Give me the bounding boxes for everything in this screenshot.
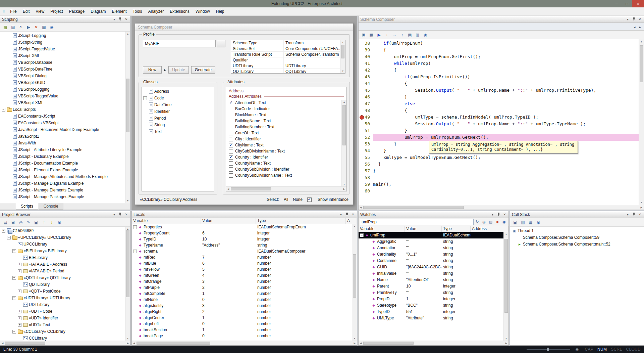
watch-row[interactable]: Stereotype "BCC" string [359,302,503,309]
script-tree-item[interactable]: JScript - Documentation Example [0,160,125,167]
watch-row[interactable]: Annotatior "" string [359,245,503,251]
auto-hide-pin-icon[interactable] [496,212,501,217]
view-output-icon[interactable] [414,31,421,39]
breakpoint-margin[interactable] [359,134,364,141]
script-tree-item[interactable]: JScript - Manage Packages Example [0,193,125,200]
code-line[interactable]: 42 { [359,67,639,74]
expander-icon[interactable] [18,310,21,313]
script-tree-item[interactable]: VBScript-XML [0,99,125,106]
scrollbar-thumb[interactable] [363,206,464,209]
breakpoint-margin[interactable] [359,47,364,53]
new-button[interactable]: New [143,66,162,74]
scrollbar-thumb[interactable] [363,342,414,345]
expander-icon[interactable] [18,323,21,327]
code-line[interactable]: 59 main(); [359,181,639,188]
scroll-tabs-right-icon[interactable] [638,25,642,29]
project-tree-item[interactable]: UPCCLibrary [0,241,125,248]
script-tree-item[interactable]: JScript-TaggedValue [0,46,125,52]
watch-row[interactable]: UMLType "Attribute" string [359,315,503,321]
watch-row[interactable]: PrimitiveTy "" string [359,290,503,296]
locals-row[interactable]: mfNone 0 number [132,297,352,303]
package-options-icon[interactable] [33,219,40,226]
class-item[interactable]: Code [142,95,214,101]
watch-row[interactable]: PropID 1 integer [359,296,503,302]
project-tree-item[interactable]: «UDTLibrary» UDTLibrary [0,295,125,301]
scrollbar-thumb[interactable] [126,79,129,132]
watch-row[interactable]: Containme "" string [359,258,503,264]
watch-row[interactable]: umlProp IEADualSchemaPrope [359,232,503,238]
breakpoint-margin[interactable] [359,127,364,134]
breakpoint-margin[interactable] [359,121,364,127]
expander-icon[interactable] [133,250,137,253]
column-header[interactable]: Address [471,226,508,232]
view-source-icon[interactable] [406,31,414,39]
code-line[interactable]: 51 } [359,127,639,134]
scroll-tabs-left-icon[interactable] [632,25,637,29]
scrollbar-thumb[interactable] [137,342,210,345]
help-book-icon[interactable] [488,219,494,225]
script-options-icon[interactable] [40,24,48,31]
column-header[interactable]: Variable [132,218,201,224]
scrollbar-thumb[interactable] [504,239,508,313]
script-tree-item[interactable]: JScript - Attribute Lifecycle Example [0,146,125,153]
generate-button[interactable]: Generate [191,66,215,74]
attribute-item[interactable]: CountryName : Text [226,160,342,166]
code-line[interactable]: 50 Session.Output( " " + umlProp.Name + … [359,121,639,127]
project-tree-item[interactable]: «CCLibrary» CCLibrary [0,328,125,335]
scrollbar-vertical[interactable] [639,39,644,205]
code-line[interactable]: 58 [359,174,639,181]
script-tree-item[interactable]: EAConstants-VBScript [0,120,125,126]
scrollbar-horizontal[interactable] [359,205,644,210]
breakpoint-margin[interactable] [359,174,364,181]
breakpoint-margin[interactable] [359,94,364,100]
breakpoint-margin[interactable] [359,87,364,94]
expander-icon[interactable] [12,330,16,334]
menu-item[interactable]: Element [109,9,130,14]
class-item[interactable]: Address [142,88,214,95]
scrollbar-thumb[interactable] [640,45,643,82]
scrollbar-thumb[interactable] [126,230,129,297]
stack-frame[interactable]: Thread 1 [510,227,638,234]
breakpoint-margin[interactable] [359,80,364,87]
attribute-checkbox[interactable] [229,125,233,129]
quick-access-icon[interactable]: ⠿ [0,10,7,13]
attribute-item[interactable]: BlockName : Text [226,112,342,118]
script-tree-item[interactable]: JScript-String [0,39,125,46]
project-tree-item[interactable]: UDTLibrary [0,301,125,308]
expander-icon[interactable] [18,316,21,320]
menu-item[interactable]: Analyzer [145,9,167,14]
record-icon[interactable] [535,219,542,226]
project-tree-item[interactable]: «UDT» Code [0,308,125,315]
breakpoint-margin[interactable] [359,161,364,168]
breakpoint-margin[interactable] [359,188,364,194]
save-stack-icon[interactable] [512,219,519,226]
search-icon[interactable] [17,219,24,226]
menu-item[interactable]: Tools [130,9,145,14]
scrollbar-horizontal[interactable] [132,341,357,345]
project-tree-item[interactable]: «UPCCLibrary» UPCCLibrary [0,234,125,241]
window-position-icon[interactable] [626,17,630,21]
profile-property-row[interactable]: QDTLibrary QDTLibrary [231,69,340,74]
attribute-item[interactable]: CountrySubDivision : Identifier [226,166,342,172]
code-line[interactable]: 39 { [359,47,639,53]
code-line[interactable]: 47 else [359,100,639,107]
locals-row[interactable]: TypeID 10 integer [132,236,352,242]
close-button[interactable]: ✕ [632,0,644,7]
breakpoint-margin[interactable] [359,181,364,188]
breakpoint-margin[interactable] [359,141,364,147]
code-editor[interactable]: umlProp = string Aggregation= , string A… [359,39,644,205]
script-tree-item[interactable]: VBScript-Dialog [0,73,125,79]
stack-frame[interactable]: Schema Composer.Schema Composer::59 [510,234,638,241]
new-script-icon[interactable] [9,24,17,31]
close-icon[interactable] [638,17,642,21]
new-dropdown-icon[interactable]: ▶ [164,69,166,72]
script-tree-item[interactable]: EAConstants-JScript [0,113,125,120]
scrollbar-thumb[interactable] [353,254,356,298]
locals-row[interactable]: mfBlue 6 number [132,260,352,266]
profile-property-row[interactable]: Transform Rule Script Schema Composer.Tr… [231,52,340,57]
class-item[interactable]: Text [142,128,214,135]
attribute-checkbox[interactable] [229,137,233,141]
window-position-icon[interactable] [112,212,116,217]
status-indicator[interactable]: CAP [585,347,593,352]
script-tree-item[interactable]: VBScript-DateTime [0,66,125,73]
